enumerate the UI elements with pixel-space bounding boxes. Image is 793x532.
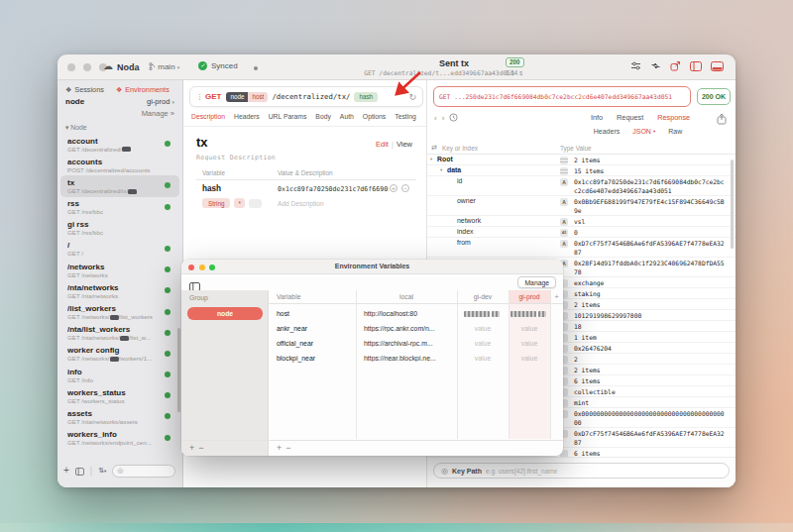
json-tree-row[interactable]: ▾ Root 2 items — [427, 155, 736, 165]
env-group-pill[interactable]: node — [187, 307, 263, 320]
env-variable-row[interactable]: ankr_near https://rpc.ankr.com/n... valu… — [269, 321, 563, 336]
link-icon[interactable] — [650, 60, 661, 71]
sidebar-request-item[interactable]: workers_status GET /workers_status — [60, 385, 179, 406]
request-tab[interactable]: URL Params — [269, 113, 307, 120]
sidebar-section-header[interactable]: ▾ Node — [65, 124, 87, 132]
shuffle-icon[interactable]: ⇄ — [431, 144, 437, 152]
remove-variable-button[interactable]: − — [285, 443, 294, 453]
required-badge[interactable]: * — [234, 198, 244, 208]
sidebar-request-item[interactable]: / GET / — [60, 239, 179, 260]
json-tree-row[interactable]: id 0x1cc89fa70250de231c7d6f669084db0c7ce… — [427, 176, 736, 196]
status-ok-button[interactable]: 200 OK — [697, 88, 731, 105]
response-url-bar[interactable]: GET ...250de231c7d6f669084db0c7ce2bcc2cd… — [433, 86, 691, 107]
json-tree-row[interactable]: ▾ data 15 items — [427, 165, 736, 176]
view-link[interactable]: View — [396, 140, 412, 149]
chevron-down-icon[interactable]: ▾ — [440, 167, 442, 172]
variable-name[interactable]: hash — [202, 184, 221, 193]
env-variable-row[interactable]: blockpi_near https://near.blockpi.ne... … — [269, 351, 563, 366]
sidebar-request-item[interactable]: /list_workers GET /networks//list_worker… — [60, 302, 179, 323]
column-gi-dev[interactable]: gi-dev — [457, 293, 509, 300]
key-path-input[interactable]: ◎ Key Path e.g. users[42].first_name — [433, 463, 730, 479]
add-row-icon[interactable]: + — [390, 184, 397, 192]
add-request-button[interactable]: + — [63, 466, 69, 476]
adjust-icon[interactable] — [630, 60, 641, 71]
add-variable-button[interactable]: + — [277, 443, 285, 453]
sidebar-request-item[interactable]: /networks GET /networks — [60, 260, 179, 280]
variable-value[interactable]: 0x1cc89fa70250de231c7d6f669084d... — [278, 185, 389, 193]
window-controls[interactable] — [67, 63, 107, 71]
response-format-tab[interactable]: Headers — [594, 128, 620, 135]
sidebar-filter-input[interactable]: ◎ — [112, 465, 175, 478]
remove-row-icon[interactable]: − — [401, 184, 409, 192]
sort-icon[interactable]: ⇅▾ — [98, 467, 106, 475]
edit-link[interactable]: Edit — [376, 140, 389, 149]
sidebar-request-item[interactable]: tx GET /decentralized/tx/ — [60, 175, 179, 196]
branch-selector[interactable]: main ▾ — [149, 62, 179, 71]
env-gi-dev-value[interactable]: value — [457, 340, 509, 347]
back-icon[interactable]: ‹ — [434, 114, 437, 123]
env-variable-row[interactable]: official_near https://archival-rpc.m... … — [269, 336, 563, 351]
description-placeholder[interactable]: Add Description — [278, 200, 324, 207]
response-tab[interactable]: Response — [657, 113, 690, 122]
share-icon[interactable] — [717, 111, 727, 129]
request-tab[interactable]: Auth — [340, 113, 354, 120]
remove-group-button[interactable]: − — [198, 443, 207, 453]
history-clock-icon[interactable] — [449, 113, 458, 124]
env-gi-dev-value[interactable]: value — [457, 325, 509, 332]
host-chip[interactable]: nodehost — [226, 92, 268, 102]
response-tab[interactable]: Info — [591, 113, 603, 122]
panel-left-icon[interactable] — [690, 61, 702, 71]
column-local[interactable]: local — [356, 293, 457, 300]
forward-icon[interactable]: › — [442, 114, 445, 123]
chevron-down-icon[interactable]: ▾ — [430, 157, 432, 161]
request-tab[interactable]: Headers — [234, 113, 260, 120]
url-bar[interactable]: ⋮ GET nodehost /decentralized/tx/ hash ↻ — [189, 86, 423, 107]
sidebar-mode-tab[interactable]: ❖Sessions — [65, 85, 104, 94]
sidebar-scrollbar[interactable] — [177, 328, 180, 412]
response-tab[interactable]: Request — [617, 113, 643, 122]
environment-selector[interactable]: gi-prod ▾ — [147, 97, 174, 106]
json-tree-row[interactable]: from 0xD7cF75f74546B6Ae6fdFA5396AE7f4778… — [427, 238, 736, 258]
sidebar-request-item[interactable]: assets GET /nta/networks/assets — [60, 406, 179, 427]
env-variable-row[interactable]: host http://localhost:80 — [269, 306, 563, 321]
sidebar-request-item[interactable]: rss GET /rss/bbc — [60, 197, 179, 218]
panel-icon[interactable] — [75, 462, 84, 479]
response-scrollbar[interactable] — [731, 160, 734, 249]
response-format-tab[interactable]: Raw — [668, 128, 682, 135]
sidebar-request-item[interactable]: info GET /info — [60, 365, 179, 385]
response-format-tab[interactable]: JSON▾ — [632, 128, 655, 135]
method-label[interactable]: GET — [205, 92, 221, 101]
env-gi-prod-value[interactable]: value — [509, 340, 550, 347]
type-badge[interactable]: String — [202, 198, 230, 208]
sidebar-request-item[interactable]: gi rss GET /rss/bbc — [60, 218, 179, 239]
column-gi-prod[interactable]: gi-prod — [509, 293, 550, 300]
request-tab[interactable]: Description — [191, 113, 225, 120]
json-tree-row[interactable]: owner 0x0Bb9EF688199f947E79fE4c15F894C36… — [427, 196, 736, 216]
json-tree-row[interactable]: network vsl — [427, 216, 736, 227]
sidebar-request-item[interactable]: /nta/list_workers GET /nta/networks//lis… — [60, 323, 179, 344]
export-icon[interactable] — [670, 60, 681, 71]
json-tree-row[interactable]: index 0 — [427, 227, 736, 238]
add-group-button[interactable]: + — [189, 443, 198, 453]
sidebar-request-item[interactable]: worker config GET /networks//workers/1..… — [60, 344, 179, 365]
request-path-text[interactable]: /decentralized/tx/ — [272, 92, 350, 101]
empty-badge[interactable] — [249, 199, 262, 208]
method-menu-icon[interactable]: ⋮ — [196, 93, 202, 101]
request-tab[interactable]: Options — [363, 113, 386, 120]
manage-environments-link[interactable]: Manage » — [142, 109, 174, 118]
env-gi-prod-value[interactable]: value — [509, 355, 550, 362]
refresh-icon[interactable]: ↻ — [408, 92, 416, 102]
panel-bottom-icon[interactable] — [711, 61, 724, 71]
request-tab[interactable]: Body — [315, 113, 331, 120]
env-gi-dev-value[interactable] — [457, 311, 509, 317]
sidebar-request-item[interactable]: workers_info GET /networks/endpoint_cen.… — [60, 428, 179, 449]
env-gi-dev-value[interactable]: value — [457, 355, 509, 362]
sidebar-request-item[interactable]: /nta/networks GET /nta/networks — [60, 280, 179, 301]
env-gi-prod-value[interactable] — [509, 311, 550, 317]
hash-param-chip[interactable]: hash — [354, 92, 378, 102]
sidebar-request-item[interactable]: account GET /decentralized/ — [60, 134, 179, 155]
sidebar-mode-tab[interactable]: ❖Environments — [116, 85, 170, 94]
env-gi-prod-value[interactable]: value — [509, 325, 550, 332]
sidebar-request-item[interactable]: accounts POST /decentralized/accounts — [60, 155, 179, 175]
request-tab[interactable]: Testing — [395, 113, 416, 120]
